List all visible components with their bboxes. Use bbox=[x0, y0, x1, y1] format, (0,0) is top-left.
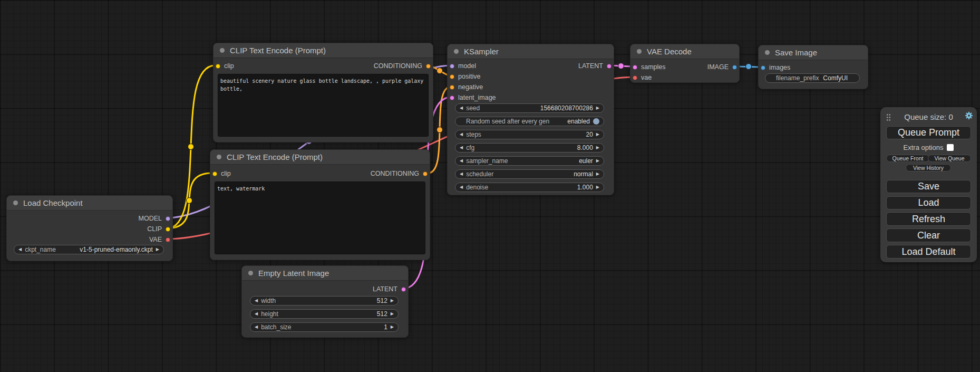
input-port-negative[interactable]: negative bbox=[450, 83, 483, 91]
output-port-latent[interactable]: LATENT bbox=[373, 285, 406, 293]
denoise-widget[interactable]: ◀ denoise 1.000 ▶ bbox=[455, 183, 604, 192]
toggle-icon[interactable] bbox=[593, 118, 599, 125]
collapse-dot[interactable] bbox=[454, 49, 459, 54]
output-port-model[interactable]: MODEL bbox=[139, 215, 170, 222]
decrement-arrow-icon[interactable]: ◀ bbox=[255, 325, 258, 329]
input-port-samples[interactable]: samples bbox=[633, 63, 666, 71]
increment-arrow-icon[interactable]: ▶ bbox=[596, 106, 599, 110]
width-widget[interactable]: ◀ width 512 ▶ bbox=[250, 296, 399, 306]
port-dot-latent[interactable] bbox=[401, 287, 406, 292]
port-dot-conditioning[interactable] bbox=[426, 64, 431, 69]
input-port-positive[interactable]: positive bbox=[450, 73, 480, 80]
sampler-name-widget[interactable]: ◀ sampler_name euler ▶ bbox=[455, 156, 604, 166]
decrement-arrow-icon[interactable]: ◀ bbox=[460, 106, 463, 110]
prompt-text-area[interactable]: text, watermark bbox=[215, 182, 425, 254]
port-dot-image[interactable] bbox=[732, 65, 737, 70]
node-clip-text-encode-positive[interactable]: CLIP Text Encode (Prompt) clip CONDITION… bbox=[213, 43, 433, 142]
input-port-model[interactable]: model bbox=[450, 62, 476, 70]
collapse-dot[interactable] bbox=[637, 49, 642, 54]
collapse-dot[interactable] bbox=[248, 271, 253, 275]
output-port-conditioning[interactable]: CONDITIONING bbox=[374, 62, 431, 70]
collapse-dot[interactable] bbox=[217, 155, 221, 159]
port-dot-clip[interactable] bbox=[212, 171, 217, 176]
port-dot-conditioning[interactable] bbox=[423, 171, 428, 176]
output-port-latent[interactable]: LATENT bbox=[578, 62, 612, 70]
decrement-arrow-icon[interactable]: ◀ bbox=[460, 185, 463, 189]
input-port-vae[interactable]: vae bbox=[633, 74, 652, 81]
increment-arrow-icon[interactable]: ▶ bbox=[596, 132, 599, 137]
link-dot[interactable] bbox=[188, 144, 194, 150]
port-dot-image[interactable] bbox=[761, 65, 765, 70]
refresh-button[interactable]: Refresh bbox=[886, 212, 971, 226]
decrement-arrow-icon[interactable]: ◀ bbox=[255, 299, 258, 303]
link-dot[interactable] bbox=[746, 64, 752, 70]
increment-arrow-icon[interactable]: ▶ bbox=[596, 159, 599, 163]
increment-arrow-icon[interactable]: ▶ bbox=[596, 146, 599, 150]
input-port-images[interactable]: images bbox=[761, 64, 790, 71]
output-port-vae[interactable]: VAE bbox=[149, 236, 170, 243]
save-button[interactable]: Save bbox=[886, 180, 971, 193]
batch-size-widget[interactable]: ◀ batch_size 1 ▶ bbox=[250, 322, 399, 332]
node-load-checkpoint[interactable]: Load Checkpoint MODEL CLIP VAE ◀ ckpt_na… bbox=[6, 195, 173, 261]
node-title-bar[interactable]: Save Image bbox=[759, 45, 868, 60]
link-dot[interactable] bbox=[618, 63, 624, 69]
increment-arrow-icon[interactable]: ▶ bbox=[391, 325, 394, 329]
port-dot-clip[interactable] bbox=[216, 64, 220, 69]
port-dot-model[interactable] bbox=[450, 64, 454, 69]
port-dot-vae[interactable] bbox=[166, 237, 170, 242]
decrement-arrow-icon[interactable]: ◀ bbox=[460, 172, 463, 176]
link-dot[interactable] bbox=[437, 68, 443, 74]
queue-prompt-button[interactable]: Queue Prompt bbox=[886, 126, 971, 139]
node-graph-canvas[interactable]: Load Checkpoint MODEL CLIP VAE ◀ ckpt_na… bbox=[0, 0, 980, 372]
port-dot-conditioning[interactable] bbox=[450, 74, 454, 79]
port-dot-latent[interactable] bbox=[607, 64, 612, 69]
node-clip-text-encode-negative[interactable]: CLIP Text Encode (Prompt) clip CONDITION… bbox=[210, 149, 430, 260]
increment-arrow-icon[interactable]: ▶ bbox=[391, 312, 394, 316]
node-ksampler[interactable]: KSampler model LATENT positive negative … bbox=[447, 44, 614, 195]
output-port-clip[interactable]: CLIP bbox=[147, 225, 170, 233]
view-history-button[interactable]: View History bbox=[906, 164, 951, 171]
increment-arrow-icon[interactable]: ▶ bbox=[391, 299, 394, 303]
node-vae-decode[interactable]: VAE Decode samples IMAGE vae bbox=[630, 44, 740, 83]
decrement-arrow-icon[interactable]: ◀ bbox=[460, 159, 463, 163]
output-port-conditioning[interactable]: CONDITIONING bbox=[371, 170, 428, 177]
queue-front-button[interactable]: Queue Front bbox=[886, 155, 929, 162]
load-default-button[interactable]: Load Default bbox=[886, 245, 971, 259]
port-dot-vae[interactable] bbox=[633, 75, 637, 80]
decrement-arrow-icon[interactable]: ◀ bbox=[460, 146, 463, 150]
node-title-bar[interactable]: Load Checkpoint bbox=[7, 196, 172, 211]
prompt-text-area[interactable]: beautiful scenery nature glass bottle la… bbox=[218, 74, 429, 137]
scheduler-widget[interactable]: ◀ scheduler normal ▶ bbox=[455, 169, 604, 179]
decrement-arrow-icon[interactable]: ◀ bbox=[18, 247, 22, 252]
steps-widget[interactable]: ◀ steps 20 ▶ bbox=[455, 130, 604, 139]
link-dot[interactable] bbox=[187, 198, 192, 204]
input-port-latent-image[interactable]: latent_image bbox=[450, 94, 496, 101]
collapse-dot[interactable] bbox=[220, 48, 225, 53]
node-title-bar[interactable]: Empty Latent Image bbox=[242, 266, 408, 281]
port-dot-latent[interactable] bbox=[633, 65, 637, 70]
increment-arrow-icon[interactable]: ▶ bbox=[156, 247, 159, 252]
port-dot-model[interactable] bbox=[166, 216, 170, 221]
height-widget[interactable]: ◀ height 512 ▶ bbox=[250, 309, 399, 319]
increment-arrow-icon[interactable]: ▶ bbox=[596, 172, 599, 176]
seed-widget[interactable]: ◀ seed 156680208700286 ▶ bbox=[455, 103, 604, 113]
input-port-clip[interactable]: clip bbox=[216, 62, 234, 70]
node-title-bar[interactable]: KSampler bbox=[448, 44, 614, 59]
port-dot-conditioning[interactable] bbox=[450, 85, 454, 90]
node-save-image[interactable]: Save Image images filename_prefix ComfyU… bbox=[758, 45, 868, 89]
output-port-image[interactable]: IMAGE bbox=[707, 63, 737, 71]
node-title-bar[interactable]: CLIP Text Encode (Prompt) bbox=[214, 43, 433, 58]
input-port-clip[interactable]: clip bbox=[212, 170, 231, 177]
port-dot-latent[interactable] bbox=[450, 96, 454, 100]
node-title-bar[interactable]: VAE Decode bbox=[630, 44, 739, 59]
ckpt-name-widget[interactable]: ◀ ckpt_name v1-5-pruned-emaonly.ckpt ▶ bbox=[14, 245, 164, 254]
random-seed-widget[interactable]: Random seed after every gen enabled bbox=[455, 117, 604, 126]
node-empty-latent-image[interactable]: Empty Latent Image LATENT ◀ width 512 ▶ … bbox=[241, 265, 409, 338]
port-dot-clip[interactable] bbox=[166, 227, 170, 232]
gear-icon[interactable] bbox=[965, 111, 973, 120]
decrement-arrow-icon[interactable]: ◀ bbox=[460, 132, 463, 137]
decrement-arrow-icon[interactable]: ◀ bbox=[255, 312, 258, 316]
filename-prefix-widget[interactable]: filename_prefix ComfyUI bbox=[765, 73, 860, 83]
collapse-dot[interactable] bbox=[13, 201, 18, 205]
view-queue-button[interactable]: View Queue bbox=[928, 155, 971, 162]
